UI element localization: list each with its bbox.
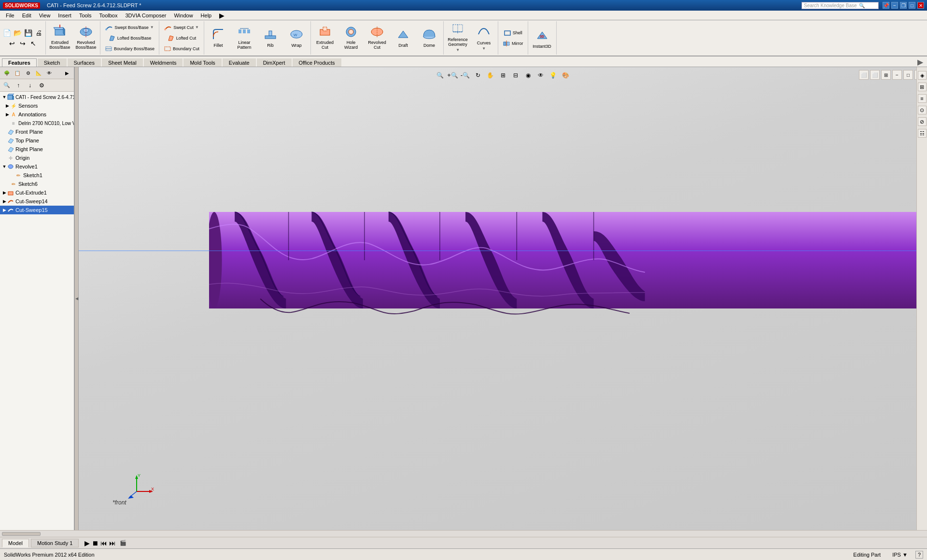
tab-sheet-metal[interactable]: Sheet Metal	[102, 58, 143, 67]
close-button[interactable]: ✕	[917, 2, 924, 9]
horizontal-scrollbar[interactable]	[2, 532, 41, 536]
appearance-button[interactable]: 🎨	[561, 70, 571, 81]
right-icon-1[interactable]: ◈	[918, 71, 927, 80]
front-plane-expand[interactable]	[2, 128, 7, 136]
dome-button[interactable]: Dome	[417, 22, 441, 52]
tree-annotations[interactable]: ▶ A Annotations	[0, 110, 74, 119]
forward-button[interactable]: ⏭	[109, 539, 116, 547]
tab-expand-arrow[interactable]: ▶	[917, 57, 923, 67]
help-button[interactable]: ?	[915, 551, 923, 559]
print-button[interactable]: 🖨	[34, 28, 43, 38]
curves-button[interactable]: Curves ▼	[472, 22, 496, 52]
tab-evaluate[interactable]: Evaluate	[223, 58, 256, 67]
hide-show-button[interactable]: 👁	[535, 70, 546, 81]
tab-sketch[interactable]: Sketch	[38, 58, 67, 67]
revolve1-expand[interactable]: ▼	[2, 163, 7, 170]
toolbar-expand-icon[interactable]: ▶	[219, 12, 225, 19]
zoom-out-button[interactable]: -🔍	[460, 70, 471, 81]
menu-window[interactable]: Window	[170, 12, 197, 19]
tree-root-expand[interactable]: ▼	[2, 93, 7, 101]
search-icon[interactable]: 🔍	[859, 3, 865, 8]
apply-scene-button[interactable]: 💡	[548, 70, 559, 81]
maximize-button[interactable]: □	[909, 2, 915, 9]
view-min-button[interactable]: −	[892, 70, 902, 80]
menu-3dvia[interactable]: 3DVIA Composer	[121, 12, 170, 19]
linear-pattern-button[interactable]: LinearPattern	[232, 22, 256, 52]
origin-expand[interactable]	[2, 154, 7, 162]
draft-button[interactable]: Draft	[391, 22, 415, 52]
menu-file[interactable]: File	[2, 12, 18, 19]
hole-wizard-button[interactable]: HoleWizard	[339, 22, 363, 52]
select-button[interactable]: ↖	[28, 39, 38, 48]
tab-dimxpert[interactable]: DimXpert	[257, 58, 292, 67]
tab-features[interactable]: Features	[2, 58, 37, 67]
tree-revolve1[interactable]: ▼ Revolve1	[0, 162, 74, 171]
swept-boss-button[interactable]: Swept Boss/Base ▼	[103, 23, 156, 32]
search-box[interactable]: Search Knowledge Base 🔍	[801, 2, 879, 9]
revolved-cut-button[interactable]: RevolvedCut	[365, 22, 389, 52]
stop-button[interactable]: ⏹	[92, 539, 98, 547]
fm-filter-icon[interactable]: 🔍	[2, 81, 12, 90]
right-plane-expand[interactable]	[2, 145, 7, 153]
redo-button[interactable]: ↪	[18, 39, 28, 48]
split-view-v-button[interactable]: ⬜	[870, 70, 880, 80]
tree-sketch6[interactable]: ✏ Sketch6	[0, 180, 74, 188]
boundary-boss-button[interactable]: Boundary Boss/Base	[102, 44, 157, 54]
play-button[interactable]: ▶	[84, 539, 90, 547]
view-orient-button[interactable]: ⊞	[498, 70, 508, 81]
cut-sweep14-expand[interactable]: ▶	[2, 197, 7, 205]
tree-right-plane[interactable]: Right Plane	[0, 145, 74, 154]
shell-button[interactable]: Shell	[501, 28, 525, 38]
tree-origin[interactable]: ✛ Origin	[0, 154, 74, 162]
fm-dim-expert-icon[interactable]: 📐	[34, 68, 43, 78]
tree-root[interactable]: ▼ CATI - Feed Screw 2.6-4.712 (Defa	[0, 93, 74, 101]
tree-cut-extrude1[interactable]: ▶ Cut-Extrude1	[0, 188, 74, 197]
new-button[interactable]: 📄	[2, 28, 12, 38]
cut-sweep15-expand[interactable]: ▶	[2, 206, 7, 214]
material-expand[interactable]	[5, 119, 10, 127]
sensors-expand[interactable]: ▶	[5, 102, 10, 110]
lofted-boss-button[interactable]: Lofted Boss/Base	[106, 33, 154, 43]
pin-button[interactable]: 📌	[883, 2, 889, 9]
fm-feature-tree-icon[interactable]: 🌳	[2, 68, 12, 78]
top-plane-expand[interactable]	[2, 137, 7, 144]
fillet-button[interactable]: Fillet	[206, 22, 230, 52]
revolved-boss-button[interactable]: RevolvedBoss/Base	[74, 22, 98, 52]
tree-sensors[interactable]: ▶ ⚡ Sensors	[0, 101, 74, 110]
right-icon-5[interactable]: ⊘	[918, 117, 927, 126]
save-button[interactable]: 💾	[23, 28, 33, 38]
split-4-button[interactable]: ⊞	[881, 70, 891, 80]
menu-view[interactable]: View	[35, 12, 55, 19]
fm-settings-icon[interactable]: ⚙	[37, 81, 46, 90]
reference-geometry-button[interactable]: ReferenceGeometry ▼	[446, 22, 470, 52]
tab-weldments[interactable]: Weldments	[144, 58, 183, 67]
tab-model[interactable]: Model	[2, 539, 29, 547]
mirror-button[interactable]: Mirror	[500, 39, 526, 48]
cut-extrude1-expand[interactable]: ▶	[2, 189, 7, 196]
swept-cut-button[interactable]: Swept Cut ▼	[162, 23, 201, 32]
fm-display-manager-icon[interactable]: 👁	[44, 68, 54, 78]
menu-help[interactable]: Help	[197, 12, 216, 19]
panel-collapse-handle[interactable]: ◀	[75, 67, 79, 530]
menu-toolbox[interactable]: Toolbox	[96, 12, 122, 19]
extruded-boss-button[interactable]: ExtrudedBoss/Base	[48, 22, 72, 52]
tree-sketch1[interactable]: ✏ Sketch1	[0, 171, 74, 180]
sketch6-expand[interactable]	[5, 180, 10, 188]
tree-front-plane[interactable]: Front Plane	[0, 127, 74, 136]
tree-material[interactable]: ≡ Delrin 2700 NC010, Low Viscos	[0, 119, 74, 127]
tree-top-plane[interactable]: Top Plane	[0, 136, 74, 145]
menu-insert[interactable]: Insert	[54, 12, 75, 19]
right-icon-2[interactable]: ⊞	[918, 83, 927, 91]
tree-cut-sweep14[interactable]: ▶ Cut-Sweep14	[0, 197, 74, 206]
extruded-cut-button[interactable]: ExtrudedCut	[313, 22, 337, 52]
open-button[interactable]: 📂	[13, 28, 22, 38]
right-icon-6[interactable]: ☷	[918, 129, 927, 138]
viewport[interactable]: 🔍 +🔍 -🔍 ↻ ✋ ⊞ ⊟ ◉ 👁 💡 🎨 ⬜ ⬜ ⊞ − □ ✕	[79, 67, 927, 530]
split-view-h-button[interactable]: ⬜	[859, 70, 869, 80]
boundary-cut-button[interactable]: Boundary Cut	[161, 44, 202, 54]
tab-mold-tools[interactable]: Mold Tools	[183, 58, 221, 67]
fm-up-icon[interactable]: ↑	[14, 81, 23, 90]
view-max-button[interactable]: □	[903, 70, 913, 80]
fm-expand-icon[interactable]: ▶	[62, 68, 72, 78]
annotations-expand[interactable]: ▶	[5, 111, 10, 118]
